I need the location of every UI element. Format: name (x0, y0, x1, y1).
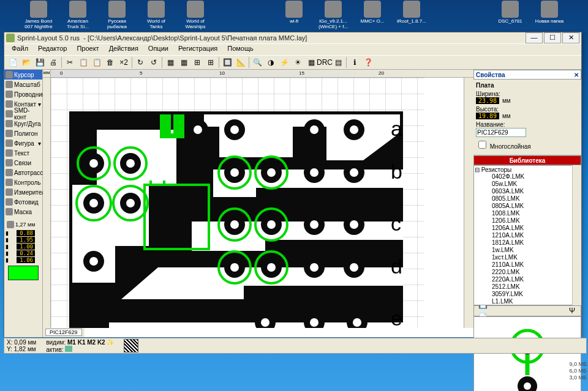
track-gauge[interactable]: ▮0.88 (6, 230, 41, 236)
library-item[interactable]: 0805A.LMK (475, 203, 580, 210)
track-gauge[interactable]: ▮1.00 (6, 244, 41, 250)
desktop-icon[interactable]: wi-fi (279, 1, 309, 26)
toolbar-button[interactable]: ❓ (362, 56, 374, 69)
toolbar-button[interactable]: ☀ (292, 56, 304, 69)
library-item[interactable]: 2110A.LMK (475, 261, 580, 269)
desktop-icon[interactable]: World of Tanks (141, 1, 172, 26)
tool-Измеритель[interactable]: Измеритель (4, 187, 42, 197)
tool-Круг/Дуга[interactable]: Круг/Дуга (4, 119, 42, 128)
desktop-icon[interactable]: Русская рыбалка (102, 1, 132, 26)
toolbar-button[interactable]: ⊞ (205, 56, 217, 69)
menu-item[interactable]: Опции (143, 44, 173, 55)
toolbar-button[interactable]: 🖨 (47, 56, 59, 69)
library-item[interactable]: 1206.LMK (475, 217, 580, 225)
filter-icon[interactable]: Ψ (566, 305, 578, 317)
library-item[interactable]: 1206A.LMK (475, 225, 580, 232)
library-item[interactable]: 1w.LMK (475, 247, 580, 254)
library-tree[interactable]: ⊟ Резисторы 0402Ф.LMK05w.LMK0603A.LMK080… (473, 165, 581, 305)
tool-Проводник[interactable]: Проводник (4, 89, 42, 99)
desktop-icon[interactable]: American Truck Si... (62, 1, 93, 26)
toolbar-button[interactable]: ▦ (305, 56, 317, 69)
library-item[interactable]: L1.LMK (475, 298, 580, 305)
minimize-button[interactable]: — (526, 32, 543, 43)
toolbar-button[interactable]: DRC (318, 56, 331, 69)
board-width[interactable]: 23.98 (476, 97, 499, 104)
desktop-icon[interactable]: Новая папка (534, 1, 565, 26)
toolbar-button[interactable]: 📂 (20, 56, 32, 69)
toolbar-button[interactable]: 🔍 (251, 56, 263, 69)
current-color[interactable] (8, 266, 39, 280)
library-item[interactable]: 2512.LMK (475, 283, 580, 291)
library-item[interactable]: 2220A.LMK (475, 276, 580, 283)
menu-item[interactable]: Файл (7, 44, 33, 55)
toolbar-button[interactable]: ↺ (148, 56, 160, 69)
toolbar-button[interactable]: 📋 (91, 56, 103, 69)
menu-item[interactable]: Редактор (33, 44, 72, 55)
tool-Курсор[interactable]: Курсор (4, 70, 42, 80)
desktop-icon[interactable]: iGo_v9.2.1... (WinCE) + f... (318, 1, 349, 26)
toolbar-button[interactable]: ▤ (332, 56, 344, 69)
track-gauge[interactable]: ▮1.06 (6, 257, 41, 263)
multilayer-checkbox[interactable] (478, 141, 486, 149)
menu-item[interactable]: Проект (72, 44, 104, 55)
maximize-button[interactable]: ☐ (544, 32, 561, 43)
library-item[interactable]: 1008.LMK (475, 210, 580, 217)
tool-Контроль[interactable]: Контроль (4, 177, 42, 187)
toolbar-button[interactable]: ◑ (265, 56, 277, 69)
desktop-icon[interactable]: DSC_6781 (495, 1, 526, 26)
toolbar-button[interactable]: ↻ (134, 56, 146, 69)
sheet-tabs[interactable]: PIC12F629 (43, 328, 85, 337)
track-gauge[interactable]: ▮1.95 (6, 237, 41, 243)
toolbar-button[interactable]: ℹ (349, 56, 361, 69)
library-item[interactable]: 0805.LMK (475, 195, 580, 203)
titlebar[interactable]: Sprint-Layout 5.0 rus - [C:\Users\Алекса… (4, 32, 581, 43)
library-item[interactable]: 1210A.LMK (475, 232, 580, 239)
properties-header[interactable]: Свойства✕ (473, 70, 581, 80)
library-item[interactable]: 1812A.LMK (475, 239, 580, 247)
library-item[interactable]: 1кст.LMK (475, 254, 580, 261)
tool-Фотовид[interactable]: Фотовид (4, 197, 42, 207)
desktop-icon[interactable]: World of Warships (180, 1, 211, 26)
close-button[interactable]: ✕ (562, 32, 579, 43)
desktop-icon[interactable]: James Bond 007 Nightfire (23, 1, 54, 26)
toolbar-button[interactable]: 🔲 (221, 56, 233, 69)
board-height[interactable]: 19.89 (476, 113, 499, 119)
toolbar-button[interactable]: 📋 (77, 56, 89, 69)
library-item[interactable]: 0402Ф.LMK (475, 173, 580, 181)
menu-item[interactable]: Регистрация (173, 44, 222, 55)
track-gauge[interactable]: ▮0.24 (6, 250, 41, 256)
desktop-icon[interactable]: iRoot_1.8.7... (396, 1, 427, 26)
library-item[interactable]: 05w.LMK (475, 181, 580, 188)
tool-Связи[interactable]: Связи (4, 158, 42, 168)
menu-item[interactable]: Действия (104, 44, 143, 55)
library-item[interactable]: 2220.LMK (475, 269, 580, 276)
tool-Автотрасса[interactable]: Автотрасса (4, 168, 42, 177)
library-preview[interactable]: Нажать и перетянуть (473, 316, 581, 391)
toolbar-button[interactable]: ▦ (164, 56, 176, 69)
grid-setting[interactable]: 1,27 мм (6, 220, 41, 229)
pcb-canvas[interactable]: abcde (51, 78, 464, 328)
toolbar-button[interactable]: 🗑 (104, 56, 116, 69)
ruler-vertical[interactable] (43, 78, 51, 328)
ruler-horizontal[interactable]: 05101520 (51, 70, 473, 77)
library-header[interactable]: Библиотека (473, 155, 581, 165)
tool-Текст[interactable]: Текст (4, 148, 42, 158)
toolbar-button[interactable]: ✂ (64, 56, 76, 69)
tool-Полигон[interactable]: Полигон (4, 128, 42, 138)
toolbar-button[interactable]: ⊞ (191, 56, 203, 69)
library-item[interactable]: 3059Y.LMK (475, 291, 580, 298)
toolbar-button[interactable]: 📐 (235, 56, 247, 69)
tool-Масштаб[interactable]: Масштаб (4, 80, 42, 89)
toolbar-button[interactable]: 📄 (7, 56, 19, 69)
library-item[interactable]: 0603A.LMK (475, 188, 580, 195)
menu-item[interactable]: Помощь (222, 44, 258, 55)
desktop-icon[interactable]: MMC+ O... (357, 1, 388, 26)
library-scrollbar[interactable] (572, 165, 581, 305)
hatch-icon[interactable] (124, 339, 138, 352)
scrollbar-v[interactable] (464, 78, 473, 328)
board-name-input[interactable] (476, 128, 526, 137)
toolbar-button[interactable]: ▦ (178, 56, 190, 69)
tool-Маска[interactable]: Маска (4, 207, 42, 217)
toolbar-button[interactable]: ×2 (118, 56, 130, 69)
toolbar-button[interactable]: 💾 (34, 56, 46, 69)
